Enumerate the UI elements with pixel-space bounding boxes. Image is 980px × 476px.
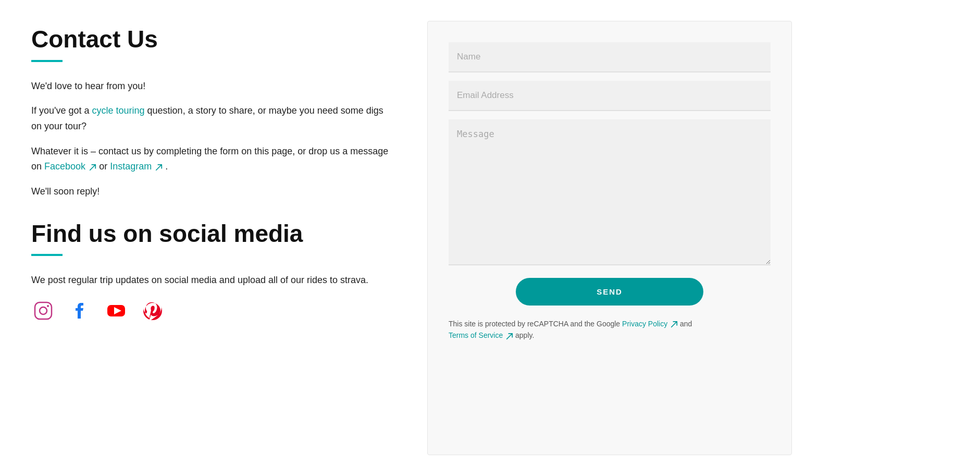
svg-rect-0 [35,302,52,319]
social-title: Find us on social media [31,221,396,247]
facebook-external-icon [89,164,96,171]
send-button[interactable]: SEND [516,278,703,306]
terms-of-service-link[interactable]: Terms of Service [449,331,503,339]
and-text: and [680,320,692,328]
apply-text: apply. [515,331,534,339]
left-column: Contact Us We'd love to hear from you! I… [31,21,396,455]
terms-external-icon [506,333,513,340]
svg-point-2 [47,305,49,307]
pinterest-icon-wrapper[interactable] [141,299,165,323]
pinterest-icon [142,300,163,321]
message-textarea[interactable] [449,119,771,265]
instagram-icon [33,300,54,321]
facebook-social-icon-wrapper[interactable] [68,299,92,323]
facebook-link[interactable]: Facebook [44,161,85,172]
intro-text-2-before: If you've got a [31,105,92,116]
intro-paragraph-1: We'd love to hear from you! [31,79,396,94]
youtube-icon [106,300,127,321]
instagram-external-icon [155,164,163,171]
page-title: Contact Us [31,26,396,53]
youtube-icon-wrapper[interactable] [104,299,128,323]
contact-form: SEND This site is protected by reCAPTCHA… [427,21,792,455]
instagram-icon-wrapper[interactable] [31,299,55,323]
privacy-policy-external-icon [671,321,678,328]
recaptcha-before: This site is protected by reCAPTCHA and … [449,320,622,328]
title-underline [31,60,63,62]
cycle-touring-link[interactable]: cycle touring [92,105,145,116]
svg-point-1 [40,307,47,314]
intro-paragraph-4: We'll soon reply! [31,184,396,200]
name-input[interactable] [449,42,771,72]
privacy-policy-link[interactable]: Privacy Policy [622,320,667,328]
social-text: We post regular trip updates on social m… [31,273,396,288]
recaptcha-text: This site is protected by reCAPTCHA and … [449,318,771,341]
social-media-section: Find us on social media We post regular … [31,221,396,323]
intro-paragraph-2: If you've got a cycle touring question, … [31,103,396,134]
instagram-link[interactable]: Instagram [110,161,152,172]
intro-paragraph-3: Whatever it is – contact us by completin… [31,144,396,175]
facebook-social-icon [69,300,90,321]
email-input[interactable] [449,81,771,111]
dot-text: . [165,161,168,172]
social-underline [31,254,63,256]
social-icons-row [31,299,396,323]
or-text: or [99,161,110,172]
